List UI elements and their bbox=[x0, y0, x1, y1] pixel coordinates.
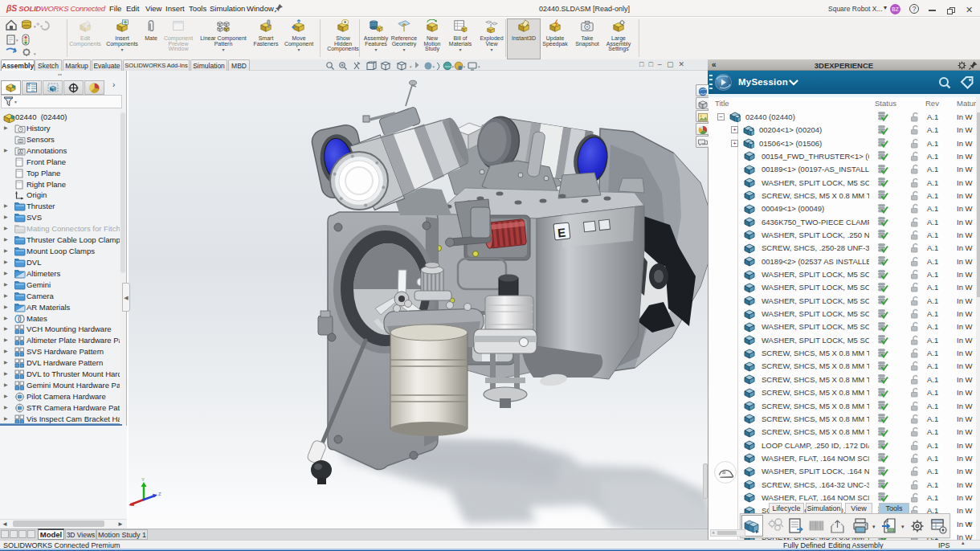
svg-text:▾: ▾ bbox=[433, 64, 435, 69]
svg-text:▾: ▾ bbox=[34, 51, 36, 56]
svg-text:▾: ▾ bbox=[410, 64, 412, 69]
svg-text:▾: ▾ bbox=[478, 64, 480, 69]
svg-text:▾: ▾ bbox=[14, 100, 17, 104]
svg-text:▾: ▾ bbox=[34, 24, 36, 29]
svg-text:▾: ▾ bbox=[16, 38, 18, 43]
svg-text:E: E bbox=[557, 226, 566, 240]
svg-text:▾: ▾ bbox=[452, 64, 455, 69]
svg-text:▾: ▾ bbox=[463, 64, 466, 69]
svg-text:Z: Z bbox=[158, 492, 161, 496]
svg-text:A: A bbox=[19, 149, 22, 154]
svg-text:Y: Y bbox=[141, 477, 145, 482]
